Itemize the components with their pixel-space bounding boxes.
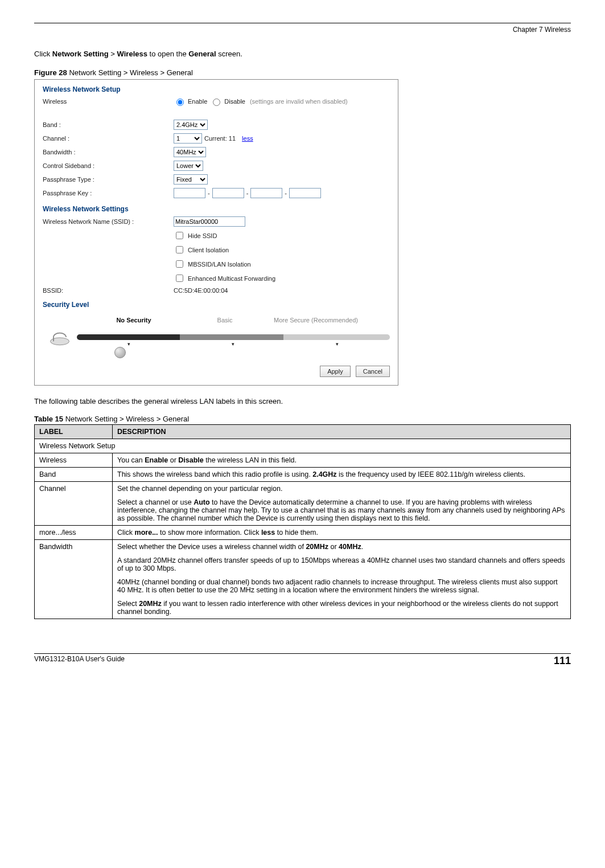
bandwidth-select[interactable]: 40MHz [174,147,206,157]
footer-guide: VMG1312-B10A User's Guide [34,655,125,667]
ssid-label: Wireless Network Name (SSID) : [43,218,174,225]
table-desc-cell: Select whether the Device uses a wireles… [113,540,571,619]
footer-page-number: 111 [554,655,571,667]
ppkey-label: Passphrase Key : [43,190,174,196]
mbssid-isolation-checkbox[interactable] [176,260,183,268]
bssid-value: CC:5D:4E:00:00:04 [174,287,228,294]
channel-current: Current: 11 [204,135,236,142]
table-row: Wireless Network Setup [35,439,571,453]
header-rule [34,23,571,23]
table-row: WirelessYou can Enable or Disable the wi… [35,453,571,468]
disable-label: Disable [224,98,245,105]
pptype-select[interactable]: Fixed [174,174,208,185]
mbssid-isolation-label: MBSSID/LAN Isolation [188,261,251,268]
table-label-cell: more.../less [35,526,113,540]
table-label-cell: Band [35,468,113,482]
disable-hint: (settings are invalid when disabled) [250,98,348,105]
ssid-input[interactable] [174,216,245,227]
client-isolation-label: Client Isolation [188,247,229,253]
sec-no-label: No Security [88,317,179,324]
client-isolation-checkbox[interactable] [176,246,183,253]
sideband-select[interactable]: Lower [174,161,203,171]
pptype-label: Passphrase Type : [43,176,174,183]
chapter-title: Chapter 7 Wireless [34,26,571,34]
table-row: more.../lessClick more... to show more i… [35,526,571,540]
description-table: LABEL DESCRIPTION Wireless Network Setup… [34,424,571,619]
sec-more-label: More Secure (Recommended) [270,317,361,324]
emf-label: Enhanced Multicast Forwarding [188,275,275,282]
table-section-cell: Wireless Network Setup [35,439,571,453]
channel-label: Channel : [43,135,174,142]
ppkey-input-2[interactable] [212,188,244,198]
hide-ssid-label: Hide SSID [188,232,217,239]
ppkey-input-3[interactable] [250,188,282,198]
table-label-cell: Bandwidth [35,540,113,619]
wireless-general-screenshot: Wireless Network Setup Wireless Enable D… [34,79,398,386]
section-title-setup: Wireless Network Setup [43,85,390,93]
bandwidth-label: Bandwidth : [43,149,174,155]
wireless-disable-radio[interactable] [213,99,220,106]
table-row: ChannelSet the channel depending on your… [35,482,571,526]
th-label: LABEL [35,425,113,439]
enable-label: Enable [188,98,207,105]
table-label-cell: Wireless [35,453,113,468]
band-select[interactable]: 2.4GHz [174,120,208,130]
channel-less-link[interactable]: less [242,135,253,142]
ppkey-input-1[interactable] [174,188,205,198]
figure-caption: Figure 28 Network Setting > Wireless > G… [34,68,571,77]
hide-ssid-checkbox[interactable] [176,232,183,239]
table-row: BandThis shows the wireless band which t… [35,468,571,482]
wireless-enable-radio[interactable] [176,99,184,106]
bssid-label: BSSID: [43,287,174,294]
table-desc-cell: Click more... to show more information. … [113,526,571,540]
sec-basic-label: Basic [179,317,270,324]
table-row: BandwidthSelect whether the Device uses … [35,540,571,619]
sideband-label: Control Sideband : [43,162,174,169]
th-description: DESCRIPTION [113,425,571,439]
security-slider-track[interactable]: ▾▾▾ [77,334,390,340]
section-title-security: Security Level [43,301,390,309]
cancel-button[interactable]: Cancel [356,366,390,377]
table-label-cell: Channel [35,482,113,526]
apply-button[interactable]: Apply [320,366,351,377]
section-title-settings: Wireless Network Settings [43,205,390,213]
table-desc-cell: You can Enable or Disable the wireless L… [113,453,571,468]
channel-select[interactable]: 1 [174,133,202,144]
table-desc-cell: This shows the wireless band which this … [113,468,571,482]
intro-text: Click Network Setting > Wireless to open… [34,50,571,58]
band-label: Band : [43,121,174,128]
emf-checkbox[interactable] [176,275,183,282]
ppkey-input-4[interactable] [289,188,321,198]
table-desc-cell: Set the channel depending on your partic… [113,482,571,526]
lock-open-icon [43,326,77,349]
table-intro: The following table describes the genera… [34,397,571,406]
security-slider-knob[interactable] [114,347,126,358]
table-caption: Table 15 Network Setting > Wireless > Ge… [34,415,571,423]
wireless-label: Wireless [43,98,174,105]
